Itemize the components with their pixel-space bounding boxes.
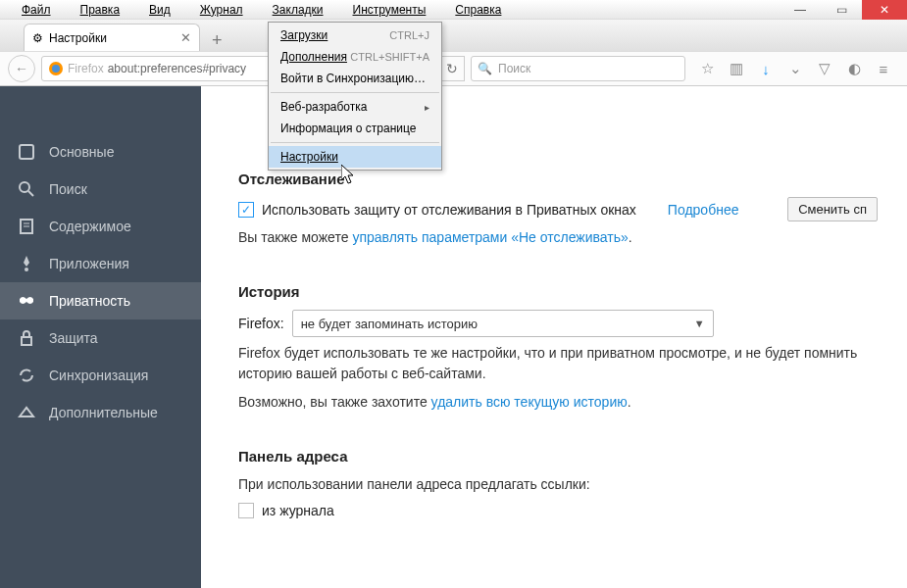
sidebar-item-advanced[interactable]: Дополнительные: [0, 394, 201, 431]
sidebar-item-security[interactable]: Защита: [0, 319, 201, 357]
sidebar-item-label: Дополнительные: [49, 405, 158, 420]
mouse-cursor-icon: [341, 165, 357, 188]
menu-separator: [271, 92, 439, 93]
preferences-sidebar: Основные Поиск Содержимое Приложения При…: [0, 86, 201, 588]
pocket-icon[interactable]: ⌄: [785, 59, 805, 78]
tracking-note-suffix: .: [629, 229, 632, 245]
history-heading: История: [238, 283, 878, 300]
sidebar-item-label: Приватность: [49, 293, 130, 309]
tracking-checkbox[interactable]: ✓: [238, 202, 254, 218]
svg-point-8: [25, 268, 28, 271]
addressbar-desc: При использовании панели адреса предлага…: [238, 474, 878, 495]
history-description: Firefox будет использовать те же настрой…: [238, 343, 878, 384]
search-icon: 🔍: [478, 62, 492, 75]
document-icon: [18, 218, 35, 235]
search-bar[interactable]: 🔍 Поиск: [471, 56, 685, 81]
rocket-icon: [18, 255, 35, 272]
history-select-value: не будет запоминать историю: [301, 317, 478, 331]
sidebar-item-label: Поиск: [49, 181, 87, 197]
window-controls: — ▭ ✕: [780, 0, 907, 20]
history-suggest-prefix: Возможно, вы также захотите: [238, 394, 431, 410]
sidebar-item-general[interactable]: Основные: [0, 133, 201, 171]
menu-view[interactable]: Вид: [135, 1, 184, 19]
menu-item-sync-signin[interactable]: Войти в Синхронизацию…: [269, 68, 441, 89]
url-brand: Firefox: [68, 62, 104, 75]
firefox-icon: [48, 61, 64, 76]
sidebar-item-applications[interactable]: Приложения: [0, 245, 201, 282]
menu-tools[interactable]: Инструменты: [339, 1, 440, 19]
menu-item-downloads[interactable]: ЗагрузкиCTRL+J: [269, 24, 441, 46]
new-tab-button[interactable]: +: [206, 30, 228, 51]
search-placeholder: Поиск: [498, 62, 530, 75]
tab-settings[interactable]: ⚙ Настройки ✕: [24, 24, 200, 51]
tracking-checkbox-label: Использовать защиту от отслеживания в Пр…: [262, 202, 636, 218]
tracking-more-link[interactable]: Подробнее: [668, 202, 739, 218]
sidebar-item-label: Защита: [49, 330, 98, 346]
tracking-dnt-link[interactable]: управлять параметрами «Не отслеживать»: [352, 229, 628, 245]
close-button[interactable]: ✕: [862, 0, 907, 20]
gear-icon: ⚙: [32, 31, 43, 45]
menu-edit[interactable]: Правка: [67, 1, 134, 19]
menu-help[interactable]: Справка: [441, 1, 515, 19]
shield-icon[interactable]: ▽: [815, 59, 834, 78]
menu-history[interactable]: Журнал: [186, 1, 257, 19]
tab-title: Настройки: [49, 31, 107, 45]
reload-button[interactable]: ↻: [439, 56, 465, 81]
svg-point-3: [20, 182, 29, 192]
tab-strip: ⚙ Настройки ✕ +: [0, 20, 907, 51]
sidebar-item-label: Основные: [49, 144, 114, 160]
sidebar-item-label: Приложения: [49, 256, 129, 271]
sidebar-item-label: Содержимое: [49, 219, 131, 234]
minimize-button[interactable]: —: [780, 0, 821, 20]
titlebar: Файл Правка Вид Журнал Закладки Инструме…: [0, 0, 907, 20]
clear-history-link[interactable]: удалить всю текущую историю: [431, 394, 628, 410]
menu-item-webdev[interactable]: Веб-разработка: [269, 96, 441, 118]
star-icon[interactable]: ☆: [697, 59, 717, 78]
square-icon: [18, 143, 35, 161]
addressbar-heading: Панель адреса: [238, 448, 878, 465]
sync-icon: [18, 367, 35, 384]
back-button[interactable]: ←: [8, 55, 35, 82]
addressbar-history-checkbox[interactable]: ✓: [238, 503, 254, 518]
sidebar-item-content[interactable]: Содержимое: [0, 208, 201, 245]
sidebar-item-label: Синхронизация: [49, 368, 148, 383]
svg-rect-9: [22, 337, 31, 345]
history-suggest-suffix: .: [628, 394, 631, 410]
tab-close-icon[interactable]: ✕: [180, 30, 191, 45]
svg-point-1: [52, 65, 60, 73]
svg-rect-2: [20, 145, 33, 159]
svg-line-4: [28, 191, 33, 196]
history-label: Firefox:: [238, 316, 284, 331]
lock-icon: [18, 329, 35, 347]
menu-bookmarks[interactable]: Закладки: [259, 1, 337, 19]
search-icon: [18, 180, 35, 198]
addressbar-opt-label: из журнала: [262, 503, 334, 518]
hat-icon: [18, 404, 35, 421]
menubar: Файл Правка Вид Журнал Закладки Инструме…: [0, 1, 515, 19]
maximize-button[interactable]: ▭: [821, 0, 862, 20]
tracking-note-prefix: Вы также можете: [238, 229, 352, 245]
menu-separator: [271, 142, 439, 143]
library-icon[interactable]: ▥: [727, 59, 746, 78]
downloads-icon[interactable]: ↓: [756, 59, 776, 78]
toolbar-icons: ☆ ▥ ↓ ⌄ ▽ ◐ ≡: [691, 59, 899, 78]
content-area: Основные Поиск Содержимое Приложения При…: [0, 86, 907, 588]
menu-item-addons[interactable]: ДополненияCTRL+SHIFT+A: [269, 46, 441, 68]
sidebar-item-sync[interactable]: Синхронизация: [0, 357, 201, 394]
history-mode-select[interactable]: не будет запоминать историю ▼: [292, 310, 714, 337]
menu-icon[interactable]: ≡: [874, 59, 893, 78]
url-address: about:preferences#privacy: [108, 62, 246, 75]
account-icon[interactable]: ◐: [844, 59, 864, 78]
chevron-down-icon: ▼: [694, 318, 705, 329]
tracking-heading: Отслеживание: [238, 171, 878, 187]
mask-icon: [18, 292, 35, 310]
tracking-change-button[interactable]: Сменить сп: [787, 197, 878, 221]
sidebar-item-search[interactable]: Поиск: [0, 171, 201, 208]
menu-file[interactable]: Файл: [8, 1, 65, 19]
sidebar-item-privacy[interactable]: Приватность: [0, 282, 201, 319]
nav-toolbar: ← Firefox about:preferences#privacy ↻ 🔍 …: [0, 51, 907, 86]
menu-item-pageinfo[interactable]: Информация о странице: [269, 118, 441, 139]
tools-menu-dropdown: ЗагрузкиCTRL+J ДополненияCTRL+SHIFT+A Во…: [268, 22, 442, 171]
